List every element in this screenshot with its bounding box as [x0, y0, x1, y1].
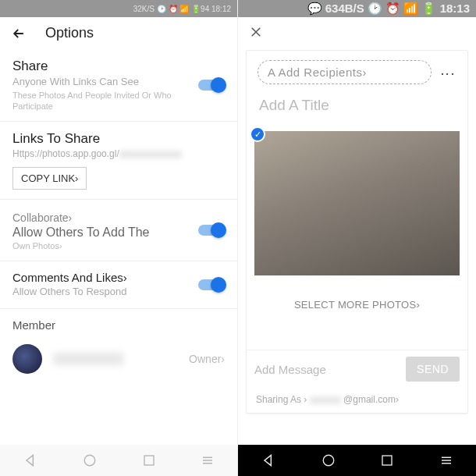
comments-title: Comments And Likes› [12, 271, 127, 284]
page-title: Options [45, 25, 94, 41]
blurred-email-user [310, 396, 341, 404]
email-domain: @gmail.com› [343, 394, 399, 405]
close-icon[interactable] [249, 25, 263, 39]
send-button[interactable]: SEND [406, 357, 460, 382]
back-arrow-icon[interactable] [11, 26, 27, 41]
collaborate-toggle[interactable] [198, 225, 225, 236]
select-more-button[interactable]: SELECT MORE PHOTOS› [247, 283, 467, 350]
collab-title: Collaborate› [12, 211, 150, 225]
photo-area: ✓ [247, 123, 467, 283]
options-header: Options [0, 17, 237, 49]
sharing-as-label: Sharing As › [256, 394, 307, 405]
nav-home-icon[interactable] [83, 453, 97, 467]
recipients-row: A Add Recipients› ⋮ [247, 51, 467, 89]
nav-menu-icon[interactable] [439, 453, 453, 467]
share-toggle[interactable] [198, 80, 225, 91]
svg-rect-3 [382, 456, 392, 465]
share-desc: These Photos And People Invited Or Who P… [12, 90, 198, 112]
nav-bar-right [238, 445, 476, 476]
message-input[interactable]: Add Message [254, 363, 406, 376]
avatar [12, 344, 42, 374]
nav-back-icon[interactable] [23, 453, 38, 468]
nav-bar-left [0, 445, 237, 476]
collab-sub: Allow Others To Add The [12, 226, 150, 240]
nav-menu-icon[interactable] [201, 453, 215, 467]
status-bar-left: 32K/S 🕑 ⏰ 📶 🔋94 18:12 [0, 0, 237, 17]
share-title: Share [12, 59, 198, 74]
nav-home-icon[interactable] [321, 453, 336, 467]
close-row [238, 17, 476, 50]
nav-back-icon[interactable] [261, 453, 276, 468]
share-card: A Add Recipients› ⋮ Add A Title ✓ SELECT… [246, 50, 468, 414]
blurred-link [119, 151, 182, 158]
links-url: Https://photos.app.goo.gl/ [12, 148, 225, 159]
nav-recents-icon[interactable] [380, 453, 394, 467]
share-sub: Anyone With Links Can See [12, 76, 198, 89]
status-text-right: 💬 634B/S 🕑 ⏰ 📶 🔋 18:13 [307, 2, 470, 16]
share-section: Share Anyone With Links Can See These Ph… [0, 49, 237, 122]
member-name [53, 353, 178, 365]
member-row: Owner› [0, 335, 237, 383]
add-recipients-field[interactable]: A Add Recipients› [258, 60, 432, 84]
status-bar-right: 💬 634B/S 🕑 ⏰ 📶 🔋 18:13 [238, 0, 476, 17]
nav-recents-icon[interactable] [142, 453, 156, 467]
copy-link-button[interactable]: COPY LINK› [12, 167, 87, 190]
comments-sub: Allow Others To Respond [12, 286, 127, 299]
comments-section: Comments And Likes› Allow Others To Resp… [0, 261, 237, 309]
svg-point-2 [323, 455, 334, 466]
collab-desc: Own Photos› [12, 240, 150, 251]
links-section: Links To Share Https://photos.app.goo.gl… [0, 122, 237, 200]
svg-rect-1 [144, 456, 154, 465]
member-heading: Member [12, 318, 225, 332]
photo-thumbnail[interactable]: ✓ [254, 131, 460, 275]
more-icon[interactable]: ⋮ [439, 67, 456, 78]
links-title: Links To Share [12, 131, 225, 147]
collaborate-section: Collaborate› Allow Others To Add The Own… [0, 200, 237, 261]
check-icon: ✓ [250, 126, 265, 142]
blurred-name [53, 353, 123, 365]
comments-toggle[interactable] [198, 279, 225, 290]
message-row: Add Message SEND [247, 350, 467, 388]
title-input[interactable]: Add A Title [247, 89, 467, 123]
member-heading-wrap: Member [0, 309, 237, 335]
svg-point-0 [85, 455, 96, 466]
sharing-as-row: Sharing As › @gmail.com› [247, 388, 467, 413]
status-text: 32K/S 🕑 ⏰ 📶 🔋94 18:12 [133, 5, 231, 13]
owner-label: Owner› [189, 353, 225, 365]
